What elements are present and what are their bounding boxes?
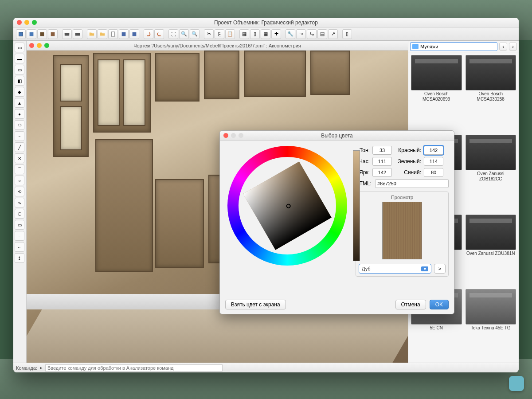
tool-folder-icon[interactable]	[98, 29, 107, 39]
library-item[interactable]: Teka Texina 45E TG	[466, 289, 516, 360]
tool-undo-icon[interactable]	[144, 29, 153, 39]
library-item[interactable]: Oven Bosch MCSA020699	[411, 55, 462, 131]
ltool-line-icon[interactable]: ╱	[15, 142, 24, 152]
ltool-cone-icon[interactable]: ▲	[15, 98, 24, 108]
command-flag-icon: ▸	[40, 365, 43, 371]
hue-input[interactable]	[372, 146, 392, 155]
tool-scissors-icon[interactable]: ✂	[204, 29, 214, 39]
minimize-icon[interactable]	[24, 20, 29, 25]
library-item[interactable]: Oven Zanussi ZOB182CC	[466, 135, 516, 211]
tool-modules-icon[interactable]: ▦	[239, 29, 249, 39]
color-dialog-title: Выбор цвета	[321, 133, 353, 139]
material-name: Дуб	[362, 266, 371, 271]
ok-button[interactable]: OK	[430, 300, 449, 309]
tool-zoomout-icon[interactable]: 🔍	[190, 29, 200, 39]
svg-rect-2	[40, 32, 44, 36]
tool-zoom-icon[interactable]: 🔍	[179, 29, 189, 39]
library-nav-icon[interactable]: ‹	[499, 43, 507, 51]
tool-camera2-icon[interactable]	[73, 29, 82, 39]
red-input[interactable]	[424, 146, 443, 155]
svg-rect-0	[19, 32, 23, 36]
tool-layers-icon[interactable]: ▤	[317, 29, 327, 39]
ltool-cylinder-icon[interactable]: ⬭	[15, 120, 24, 130]
dialog-close-icon[interactable]	[223, 133, 228, 138]
doc-zoom-icon[interactable]	[44, 43, 49, 48]
val-input[interactable]	[372, 168, 392, 177]
ltool-link-icon[interactable]: ⟲	[15, 187, 24, 196]
green-input[interactable]	[424, 157, 443, 166]
ltool-poly-icon[interactable]: ⬡	[15, 209, 24, 219]
doc-minimize-icon[interactable]	[37, 43, 42, 48]
ltool-prism-icon[interactable]: ◆	[15, 87, 24, 97]
close-icon[interactable]	[17, 20, 22, 25]
tool-new-icon[interactable]	[108, 29, 118, 39]
color-picker-dialog: Выбор цвета Тон: Красный: На	[219, 130, 454, 314]
tool-distribute-icon[interactable]: ⇆	[307, 29, 317, 39]
tool-save-icon[interactable]	[119, 29, 129, 39]
material-select[interactable]: Дуб ▾	[359, 264, 431, 274]
svg-rect-5	[75, 33, 80, 35]
preview-swatch	[382, 202, 422, 259]
color-cursor-icon[interactable]	[286, 203, 292, 209]
green-label: Зеленый:	[395, 158, 421, 164]
zoom-icon[interactable]	[32, 20, 37, 25]
color-wheel[interactable]	[227, 146, 347, 266]
tool-cube-icon[interactable]	[16, 29, 26, 39]
ltool-box-icon[interactable]: ▬	[15, 54, 24, 63]
library-item[interactable]: Oven Bosch MCSA030258	[466, 55, 516, 131]
chat-widget-icon[interactable]	[509, 376, 524, 391]
ltool-rect-icon[interactable]: ▭	[15, 220, 24, 230]
tool-fitscreen-icon[interactable]: ⛶	[168, 29, 178, 39]
tool-copy-icon[interactable]: ⎘	[215, 29, 224, 39]
html-color-input[interactable]	[375, 179, 449, 188]
ltool-select-icon[interactable]: ▭	[15, 43, 24, 52]
preview-panel: Просмотр Дуб ▾ >	[356, 192, 449, 277]
tool-add-icon[interactable]: ✚	[271, 29, 281, 39]
ltool-arc-icon[interactable]: ⌒	[15, 164, 24, 174]
tool-align-icon[interactable]: ⇥	[296, 29, 306, 39]
tool-door-icon[interactable]: ▯	[250, 29, 260, 39]
ltool-cross-icon[interactable]: ✕	[15, 153, 24, 163]
tool-redo-icon[interactable]	[154, 29, 164, 39]
folder-icon	[412, 44, 419, 49]
material-next-button[interactable]: >	[434, 264, 446, 274]
ltool-axes-icon[interactable]: ⌐	[15, 242, 24, 252]
tool-open-icon[interactable]	[87, 29, 97, 39]
command-label: Команда:	[16, 365, 37, 371]
tool-report-icon[interactable]: ▯	[342, 29, 352, 39]
eyedropper-button[interactable]: Взять цвет с экрана	[225, 300, 286, 309]
ltool-sphere-icon[interactable]: ●	[15, 109, 24, 119]
svg-rect-8	[133, 32, 137, 36]
tool-cube3-icon[interactable]	[37, 29, 47, 39]
tool-saveas-icon[interactable]	[129, 29, 139, 39]
chevron-down-icon: ▾	[421, 266, 428, 271]
command-input[interactable]	[45, 364, 223, 372]
ltool-sep2: ⋯	[15, 231, 24, 241]
tool-cube2-icon[interactable]	[27, 29, 36, 39]
tool-wrench-icon[interactable]: 🔧	[286, 29, 295, 39]
library-folder-select[interactable]: Муляжи	[410, 42, 497, 51]
tool-paste-icon[interactable]: 📋	[225, 29, 235, 39]
tool-export-icon[interactable]: ↗	[328, 29, 338, 39]
blue-input[interactable]	[424, 168, 443, 177]
doc-title: Чертеж '/Users/yuriy/Documents/Mebel/Про…	[133, 43, 301, 48]
tool-cube4-icon[interactable]	[48, 29, 58, 39]
library-nav2-icon[interactable]: ›	[509, 43, 517, 51]
doc-close-icon[interactable]	[29, 43, 34, 48]
app-title: Проект Объемник: Графический редактор	[214, 20, 318, 26]
tool-grid-icon[interactable]: ▦	[261, 29, 270, 39]
sat-input[interactable]	[372, 157, 392, 166]
preview-label: Просмотр	[359, 195, 446, 200]
ltool-spline-icon[interactable]: ∿	[15, 198, 24, 207]
color-sv-triangle[interactable]	[243, 161, 331, 250]
svg-rect-3	[51, 32, 55, 36]
cancel-button[interactable]: Отмена	[395, 300, 426, 309]
ltool-face-icon[interactable]: ◧	[15, 76, 24, 86]
tool-camera-icon[interactable]	[62, 29, 72, 39]
library-item[interactable]: Oven Zanussi ZOU381N	[466, 215, 516, 286]
ltool-circle-icon[interactable]: ○	[15, 176, 24, 185]
ltool-panel-icon[interactable]: ▭	[15, 65, 24, 74]
ltool-expand-icon[interactable]: ⭥	[15, 253, 24, 263]
color-value-slider[interactable]	[353, 150, 360, 261]
dialog-minimize-icon	[231, 133, 236, 138]
